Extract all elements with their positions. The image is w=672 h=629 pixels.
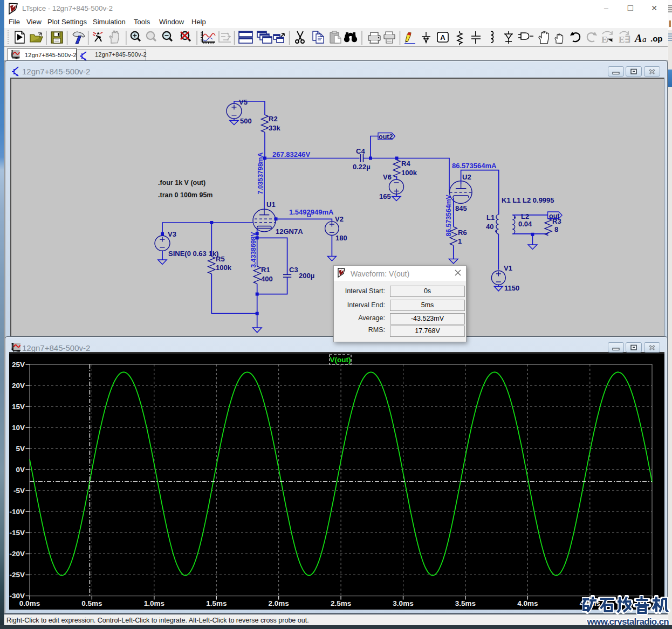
svg-text:V2: V2 bbox=[335, 215, 344, 223]
svg-text:1.5ms: 1.5ms bbox=[206, 599, 227, 607]
svg-text:267.83246V: 267.83246V bbox=[272, 150, 310, 158]
svg-text:0.22µ: 0.22µ bbox=[353, 163, 371, 171]
svg-text:R5: R5 bbox=[216, 255, 225, 263]
svg-text:.op: .op bbox=[650, 34, 663, 43]
svg-text:R4: R4 bbox=[401, 160, 410, 168]
svg-text:V1: V1 bbox=[504, 264, 512, 272]
svg-text:2.0ms: 2.0ms bbox=[269, 599, 289, 607]
svg-text:a: a bbox=[642, 35, 647, 44]
svg-text:86.573564mA: 86.573564mA bbox=[452, 162, 497, 170]
svg-text:1150: 1150 bbox=[504, 284, 519, 292]
svg-text:SINE(0 0.63 1k): SINE(0 0.63 1k) bbox=[168, 250, 218, 258]
svg-text:.tran 0 100m 95m: .tran 0 100m 95m bbox=[158, 191, 212, 199]
svg-text:-15V: -15V bbox=[9, 529, 25, 537]
svg-text:25V: 25V bbox=[12, 361, 25, 369]
svg-text:E: E bbox=[601, 34, 607, 45]
svg-text:R2: R2 bbox=[269, 115, 278, 123]
svg-text:3.4338698V: 3.4338698V bbox=[250, 232, 257, 268]
svg-text:33k: 33k bbox=[269, 124, 280, 132]
svg-text:C3: C3 bbox=[289, 266, 298, 274]
svg-text:-25V: -25V bbox=[9, 571, 25, 579]
svg-text:1.0ms: 1.0ms bbox=[144, 599, 164, 607]
svg-text:-10V: -10V bbox=[9, 508, 25, 516]
svg-text:86.573564mV: 86.573564mV bbox=[445, 194, 452, 236]
svg-text:V5: V5 bbox=[239, 98, 248, 106]
svg-text:A: A bbox=[440, 33, 445, 42]
svg-text:0.04: 0.04 bbox=[518, 220, 532, 228]
svg-text:4.0ms: 4.0ms bbox=[517, 599, 538, 607]
svg-text:out2: out2 bbox=[379, 133, 393, 141]
svg-text:10V: 10V bbox=[12, 424, 25, 432]
svg-text:V3: V3 bbox=[168, 230, 176, 238]
svg-text:3.5ms: 3.5ms bbox=[455, 599, 476, 607]
svg-text:100k: 100k bbox=[216, 264, 232, 272]
svg-text:C4: C4 bbox=[356, 147, 365, 155]
svg-text:400: 400 bbox=[261, 275, 273, 283]
svg-text:0V: 0V bbox=[16, 466, 25, 474]
svg-text:-20V: -20V bbox=[9, 550, 25, 558]
svg-text:1: 1 bbox=[458, 237, 462, 245]
svg-text:7.0353798mA: 7.0353798mA bbox=[257, 153, 264, 195]
svg-text:1.5492949mA: 1.5492949mA bbox=[289, 208, 334, 216]
svg-text:∃: ∃ bbox=[625, 34, 630, 45]
svg-text:845: 845 bbox=[455, 204, 467, 212]
svg-text:20V: 20V bbox=[12, 382, 25, 390]
svg-text:8: 8 bbox=[554, 225, 558, 233]
svg-text:V(out): V(out) bbox=[330, 356, 351, 364]
svg-text:180: 180 bbox=[335, 234, 347, 242]
svg-text:A: A bbox=[634, 32, 642, 44]
svg-text:200µ: 200µ bbox=[299, 272, 314, 280]
svg-text:0.0ms: 0.0ms bbox=[19, 599, 40, 607]
svg-text:12GN7A: 12GN7A bbox=[276, 227, 303, 236]
svg-text:2.5ms: 2.5ms bbox=[331, 599, 351, 607]
svg-text:L1: L1 bbox=[486, 213, 495, 222]
svg-text:40: 40 bbox=[486, 223, 493, 231]
svg-text:U2: U2 bbox=[462, 173, 471, 181]
svg-text:K1 L1 L2 0.9995: K1 L1 L2 0.9995 bbox=[502, 196, 554, 204]
svg-text:-5V: -5V bbox=[13, 487, 25, 495]
svg-text:L2: L2 bbox=[521, 212, 529, 220]
svg-text:R6: R6 bbox=[458, 229, 467, 237]
svg-text:500: 500 bbox=[240, 117, 252, 125]
svg-text:165: 165 bbox=[379, 192, 391, 201]
svg-text:100k: 100k bbox=[401, 169, 417, 177]
svg-text:R1: R1 bbox=[261, 266, 270, 274]
svg-text:5V: 5V bbox=[16, 445, 25, 453]
svg-text:U1: U1 bbox=[266, 201, 276, 209]
svg-text:.four 1k V (out): .four 1k V (out) bbox=[158, 179, 205, 186]
svg-text:0.5ms: 0.5ms bbox=[81, 599, 102, 607]
svg-text:V6: V6 bbox=[383, 173, 392, 181]
svg-text:15V: 15V bbox=[12, 403, 25, 411]
svg-text:3.0ms: 3.0ms bbox=[393, 599, 413, 607]
svg-text:R3: R3 bbox=[552, 217, 561, 225]
svg-text:E: E bbox=[619, 34, 625, 45]
